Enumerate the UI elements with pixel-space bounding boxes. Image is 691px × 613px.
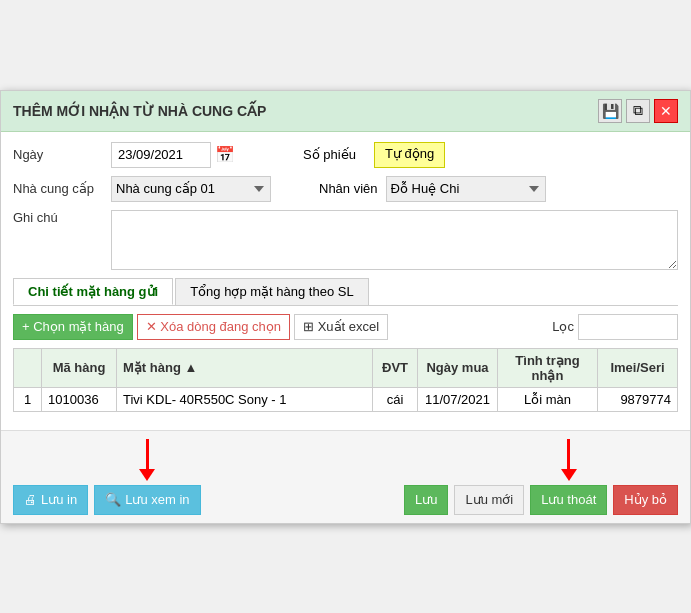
arrow-shaft: [146, 439, 149, 469]
cell-dvt: cái: [373, 387, 418, 411]
cell-ma-hang: 1010036: [42, 387, 117, 411]
save-icon-button[interactable]: 💾: [598, 99, 622, 123]
ngay-input[interactable]: [111, 142, 211, 168]
so-phieu-label: Số phiếu: [303, 147, 356, 162]
table-header-row: Mã hàng Mặt hàng ▲ ĐVT Ngày mua Tình trạ…: [14, 348, 678, 387]
tu-dong-text: Tự động: [374, 142, 445, 168]
th-mat-hang: Mặt hàng ▲: [117, 348, 373, 387]
tab-tong-hop[interactable]: Tổng hợp mặt hàng theo SL: [175, 278, 368, 305]
modal-footer: 🖨 Lưu in 🔍 Lưu xem in Lưu Lưu mới: [1, 430, 690, 523]
ngay-label: Ngày: [13, 147, 103, 162]
main-modal: THÊM MỚI NHẬN TỪ NHÀ CUNG CẤP 💾 ⧉ ✕ Ngày…: [0, 90, 691, 524]
luu-xem-in-button[interactable]: 🔍 Lưu xem in: [94, 485, 200, 515]
filter-input[interactable]: [578, 314, 678, 340]
data-table: Mã hàng Mặt hàng ▲ ĐVT Ngày mua Tình trạ…: [13, 348, 678, 412]
nhan-vien-select[interactable]: Đỗ Huệ Chi: [386, 176, 546, 202]
chon-mat-hang-button[interactable]: + Chọn mặt hàng: [13, 314, 133, 340]
loc-label: Lọc: [552, 319, 574, 334]
th-imei: Imei/Seri: [598, 348, 678, 387]
nha-cung-cap-label: Nhà cung cấp: [13, 181, 103, 196]
th-dvt: ĐVT: [373, 348, 418, 387]
table-row[interactable]: 1 1010036 Tivi KDL- 40R550C Sony - 1 cái…: [14, 387, 678, 411]
arrow-head: [139, 469, 155, 481]
ghi-chu-textarea[interactable]: [111, 210, 678, 270]
modal-title: THÊM MỚI NHẬN TỪ NHÀ CUNG CẤP: [13, 103, 266, 119]
tab-chi-tiet[interactable]: Chi tiết mặt hàng gửi: [13, 278, 173, 305]
nhan-vien-label: Nhân viên: [319, 181, 378, 196]
footer-left: 🖨 Lưu in 🔍 Lưu xem in: [13, 439, 201, 515]
luu-in-button[interactable]: 🖨 Lưu in: [13, 485, 88, 515]
row-nha-cung-cap: Nhà cung cấp Nhà cung cấp 01 Nhân viên Đ…: [13, 176, 678, 202]
th-ma-hang: Mã hàng: [42, 348, 117, 387]
luu-in-label: Lưu in: [41, 492, 77, 507]
footer-right: Lưu Lưu mới Lưu thoát Hủy bỏ: [404, 439, 678, 515]
luu-moi-button[interactable]: Lưu mới: [454, 485, 524, 515]
cell-stt: 1: [14, 387, 42, 411]
calendar-icon[interactable]: 📅: [215, 145, 235, 164]
cell-tinh-trang: Lỗi màn: [498, 387, 598, 411]
row-ngay: Ngày 📅 Số phiếu Tự động: [13, 142, 678, 168]
luu-in-icon: 🖨: [24, 492, 37, 507]
date-wrapper: 📅: [111, 142, 235, 168]
header-actions: 💾 ⧉ ✕: [598, 99, 678, 123]
modal-body: Ngày 📅 Số phiếu Tự động Nhà cung cấp Nhà…: [1, 132, 690, 430]
huy-bo-button[interactable]: Hủy bỏ: [613, 485, 678, 515]
tabs: Chi tiết mặt hàng gửi Tổng hợp mặt hàng …: [13, 278, 678, 306]
arrow-down-left: [139, 439, 155, 481]
luu-xem-in-label: Lưu xem in: [125, 492, 189, 507]
ghi-chu-label: Ghi chú: [13, 210, 103, 225]
th-tinh-trang: Tình trạng nhận: [498, 348, 598, 387]
close-button[interactable]: ✕: [654, 99, 678, 123]
luu-thoat-button[interactable]: Lưu thoát: [530, 485, 607, 515]
nha-cung-cap-select[interactable]: Nhà cung cấp 01: [111, 176, 271, 202]
arrow-shaft-right: [567, 439, 570, 469]
luu-xem-in-wrap: 🔍 Lưu xem in: [94, 439, 200, 515]
copy-icon-button[interactable]: ⧉: [626, 99, 650, 123]
row-ghi-chu: Ghi chú: [13, 210, 678, 270]
search-icon: 🔍: [105, 492, 121, 507]
xuat-excel-button[interactable]: ⊞ Xuất excel: [294, 314, 388, 340]
cell-mat-hang: Tivi KDL- 40R550C Sony - 1: [117, 387, 373, 411]
cell-ngay-mua: 11/07/2021: [418, 387, 498, 411]
xoa-dong-button[interactable]: ✕ Xóa dòng đang chọn: [137, 314, 290, 340]
tab-content: + Chọn mặt hàng ✕ Xóa dòng đang chọn ⊞ X…: [13, 306, 678, 420]
arrow-head-right: [561, 469, 577, 481]
th-stt: [14, 348, 42, 387]
toolbar: + Chọn mặt hàng ✕ Xóa dòng đang chọn ⊞ X…: [13, 314, 678, 340]
modal-header: THÊM MỚI NHẬN TỪ NHÀ CUNG CẤP 💾 ⧉ ✕: [1, 91, 690, 132]
th-ngay-mua: Ngày mua: [418, 348, 498, 387]
luu-button[interactable]: Lưu: [404, 485, 448, 515]
arrow-down-right: [561, 439, 577, 481]
cell-imei: 9879774: [598, 387, 678, 411]
luu-thoat-wrap: Lưu thoát: [530, 439, 607, 515]
